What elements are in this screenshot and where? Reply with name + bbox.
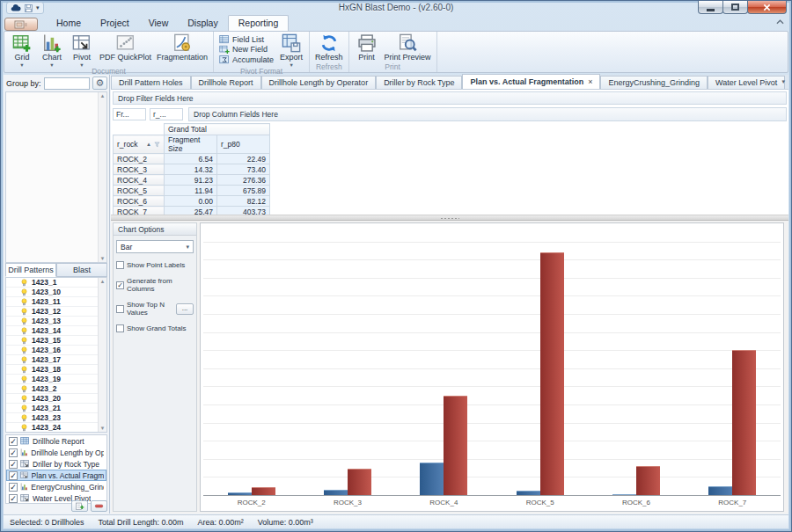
bar-r-p80[interactable]: [540, 252, 564, 495]
ribbon-button-fragmentation[interactable]: Fragmentation: [154, 33, 210, 67]
tab-drill-patterns[interactable]: Drill Patterns: [5, 263, 56, 277]
pattern-item[interactable]: 1423_11: [6, 297, 106, 307]
ribbon-tab-display[interactable]: Display: [178, 16, 227, 31]
maximize-button[interactable]: [722, 1, 748, 14]
pattern-item[interactable]: 1423_12: [6, 307, 106, 317]
more-button[interactable]: ...: [176, 303, 194, 315]
document-tab-driller-by-rock-type[interactable]: Driller by Rock Type: [376, 76, 462, 89]
ribbon-button-accumulate[interactable]: Accumulate: [217, 55, 275, 65]
ribbon-button-field-list[interactable]: Field List: [217, 34, 275, 44]
checkbox[interactable]: ✓: [9, 460, 18, 469]
close-tab-icon[interactable]: ×: [588, 77, 592, 86]
pattern-item[interactable]: 1423_20: [6, 394, 106, 404]
document-tab-water-level-pivot[interactable]: Water Level Pivot: [708, 76, 785, 89]
gear-icon[interactable]: ⚙: [92, 77, 107, 90]
report-item-drillhole-length-by-oper[interactable]: ✓Drillhole Length by Oper...: [6, 447, 106, 458]
ribbon-tab-project[interactable]: Project: [91, 16, 139, 31]
ribbon-button-export[interactable]: Export▾: [276, 33, 306, 67]
drop-filter-band[interactable]: Drop Filter Fields Here: [113, 91, 787, 105]
report-item-driller-by-rock-type[interactable]: ✓Driller by Rock Type: [6, 458, 106, 470]
scrollbar[interactable]: ▲▼: [98, 92, 106, 262]
tab-blast-patterns[interactable]: Blast Patterns: [56, 263, 107, 277]
ribbon-button-print[interactable]: Print: [352, 33, 382, 62]
application-menu-button[interactable]: [4, 18, 38, 31]
group-by-input[interactable]: [44, 77, 90, 90]
ribbon-button-refresh[interactable]: Refresh: [312, 33, 346, 62]
ribbon-tab-reporting[interactable]: Reporting: [228, 15, 290, 31]
ribbon-tab-view[interactable]: View: [139, 16, 179, 31]
pattern-item[interactable]: 1423_13: [6, 317, 106, 326]
option-show-top-n-values[interactable]: Show Top N Values...: [116, 301, 194, 317]
checkbox[interactable]: ✓: [9, 471, 18, 480]
ribbon-button-chart[interactable]: Chart▾: [37, 33, 67, 67]
minimize-button[interactable]: [698, 1, 723, 14]
remove-report-button[interactable]: [91, 500, 107, 512]
scrollbar[interactable]: ▲▼: [98, 278, 106, 432]
document-tab-drill-pattern-holes[interactable]: Drill Pattern Holes: [111, 76, 191, 89]
pivot-sm-icon: [20, 470, 29, 480]
add-report-button[interactable]: [71, 500, 88, 512]
ribbon-button-grid[interactable]: Grid▾: [7, 33, 37, 67]
bar-r-p80[interactable]: [348, 469, 371, 495]
report-item-energycrushing-grinding[interactable]: ✓EnergyCrushing_Grinding: [6, 481, 106, 492]
checkbox[interactable]: [116, 261, 124, 269]
pivot-field-chip[interactable]: r_...: [150, 108, 183, 120]
splitter-handle[interactable]: [111, 215, 788, 221]
bar-r-p80[interactable]: [732, 350, 756, 495]
pattern-item[interactable]: 1423_17: [6, 355, 106, 365]
bar-r-p80[interactable]: [636, 466, 660, 496]
checkbox[interactable]: ✓: [116, 281, 124, 289]
bar-r-p80[interactable]: [252, 487, 275, 495]
column-header[interactable]: Fragment Size: [165, 135, 217, 154]
pattern-item[interactable]: 1423_14: [6, 326, 106, 336]
funnel-icon[interactable]: [154, 142, 160, 148]
chevron-down-icon: ▾: [186, 244, 189, 249]
bar-fragment-size[interactable]: [228, 492, 252, 495]
row-field-header[interactable]: r_rock▲: [114, 135, 165, 154]
bar-fragment-size[interactable]: [517, 491, 540, 495]
pattern-item[interactable]: 1423_24: [6, 423, 106, 433]
bar-fragment-size[interactable]: [420, 463, 444, 495]
document-tab-plan-vs-actual-fragmentation[interactable]: Plan vs. Actual Fragmentation×: [462, 74, 600, 89]
ribbon-button-pivot[interactable]: Pivot▾: [67, 33, 97, 67]
option-show-point-labels[interactable]: Show Point Labels: [116, 261, 194, 269]
ribbon-button-print-preview[interactable]: Print Preview: [382, 33, 434, 62]
pattern-item[interactable]: 1423_10: [6, 288, 106, 297]
tab-overflow-icon[interactable]: ▾: [781, 78, 785, 85]
checkbox[interactable]: ✓: [9, 437, 18, 446]
report-item-drillhole-report[interactable]: ✓Drillhole Report: [6, 435, 106, 447]
document-tab-energycrushing-grinding[interactable]: EnergyCrushing_Grinding: [600, 76, 708, 89]
pattern-item[interactable]: 1423_19: [6, 375, 106, 384]
pattern-item[interactable]: 1423_15: [6, 336, 106, 346]
close-button[interactable]: [747, 1, 787, 14]
pattern-item[interactable]: 1423_23: [6, 413, 106, 423]
checkbox[interactable]: [116, 324, 124, 332]
ribbon-button-new-field[interactable]: New Field: [217, 45, 275, 55]
report-item-plan-vs-actual-fragme[interactable]: ✓Plan vs. Actual Fragme...: [6, 470, 106, 481]
ribbon-button-pdf-quickplot[interactable]: PDF QuickPlot: [97, 33, 154, 67]
pattern-item[interactable]: 1423_21: [6, 404, 106, 413]
group-list-panel[interactable]: ▲▼: [5, 91, 107, 263]
bar-fragment-size[interactable]: [708, 486, 732, 495]
chart-type-select[interactable]: Bar ▾: [116, 240, 194, 253]
drop-column-band[interactable]: Drop Column Fields Here: [188, 107, 787, 121]
pattern-item[interactable]: 1423_16: [6, 346, 106, 355]
checkbox[interactable]: [116, 305, 124, 313]
column-header[interactable]: r_p80: [217, 135, 270, 154]
titlebar: ▾ HxGN Blast Demo - (v2.60-0): [1, 1, 791, 15]
ribbon-tab-home[interactable]: Home: [47, 16, 91, 31]
bar-fragment-size[interactable]: [612, 494, 636, 495]
option-generate-from-columns[interactable]: ✓Generate from Columns: [116, 277, 194, 293]
option-show-grand-totals[interactable]: Show Grand Totals: [116, 324, 194, 332]
ribbon-collapse-icon[interactable]: [774, 17, 786, 26]
document-tab-drillhole-report[interactable]: Drillhole Report: [191, 76, 261, 89]
bar-fragment-size[interactable]: [324, 490, 348, 495]
checkbox[interactable]: ✓: [9, 483, 18, 492]
checkbox[interactable]: ✓: [9, 448, 18, 457]
pattern-item[interactable]: 1423_2: [6, 384, 106, 394]
pattern-item[interactable]: 1423_1: [6, 278, 106, 288]
bar-r-p80[interactable]: [444, 396, 467, 495]
document-tab-drillhole-length-by-operator[interactable]: Drillhole Length by Operator: [261, 76, 377, 89]
pattern-item[interactable]: 1423_18: [6, 365, 106, 375]
pivot-field-chip[interactable]: Fr...: [113, 108, 146, 120]
